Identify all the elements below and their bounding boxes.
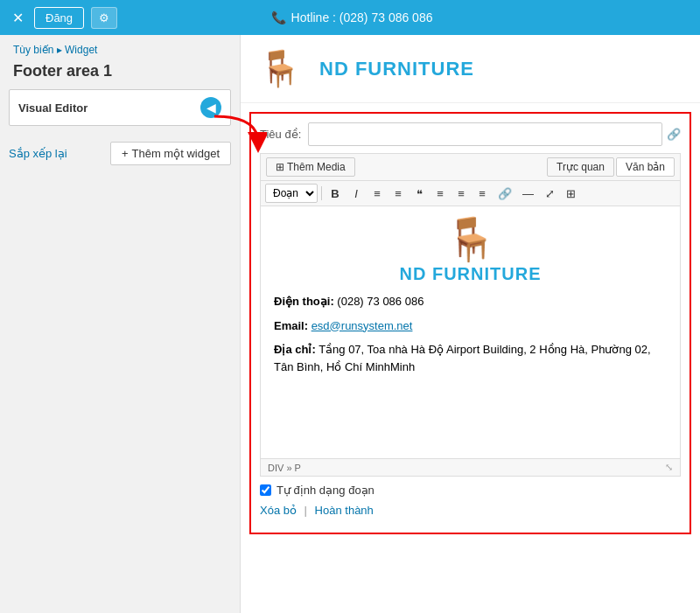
ul-button[interactable]: ≡ xyxy=(368,185,387,203)
link-icon: 🔗 xyxy=(667,128,681,141)
phone-label: Điện thoại: xyxy=(274,295,334,308)
path-status: DIV » P xyxy=(268,463,301,473)
phone-icon: 📞 xyxy=(271,10,286,24)
top-bar-left: ✕ Đăng ⚙ xyxy=(9,6,117,30)
content-area: 🪑 ND FURNITURE Tiêu đề: 🔗 ⊞ Thêm Media xyxy=(241,35,700,613)
format-select[interactable]: Đoạn xyxy=(265,184,318,203)
address-value: Tầng 07, Toa nhà Hà Độ Airport Building,… xyxy=(274,343,651,373)
tab-truc-quan[interactable]: Trực quan xyxy=(547,157,614,177)
delete-link[interactable]: Xóa bỏ xyxy=(260,504,297,517)
add-widget-button[interactable]: + Thêm một widget xyxy=(110,142,231,165)
add-widget-label: Thêm một widget xyxy=(132,147,220,160)
table-button[interactable]: ⊞ xyxy=(561,185,580,203)
publish-button[interactable]: Đăng xyxy=(34,7,84,29)
visual-editor-header[interactable]: Visual Editor ◀ xyxy=(10,90,230,125)
view-tabs: Trực quan Văn bản xyxy=(547,157,675,177)
sort-link[interactable]: Sắp xếp lại xyxy=(9,147,67,160)
breadcrumb-current[interactable]: Widget xyxy=(65,44,97,56)
tinymce-toolbar: Đoạn B I ≡ ≡ ❝ ≡ ≡ ≡ 🔗 — ⤢ ⊞ xyxy=(260,180,681,205)
fullscreen-button[interactable]: ⤢ xyxy=(540,185,559,203)
add-media-label: Thêm Media xyxy=(287,161,346,173)
align-center-button[interactable]: ≡ xyxy=(452,185,471,203)
widget-footer-links: Xóa bỏ | Hoàn thành xyxy=(260,500,681,524)
tinymce-media-bar: ⊞ Thêm Media Trực quan Văn bản xyxy=(260,153,681,180)
hr-button[interactable]: — xyxy=(518,185,538,203)
gear-button[interactable]: ⚙ xyxy=(91,7,117,29)
align-left-button[interactable]: ≡ xyxy=(430,185,450,203)
widget-editor: Tiêu đề: 🔗 ⊞ Thêm Media Trực quan Văn bả… xyxy=(249,112,691,534)
site-header: 🪑 ND FURNITURE xyxy=(241,35,700,103)
widget-editor-inner: Tiêu đề: 🔗 ⊞ Thêm Media Trực quan Văn bả… xyxy=(251,114,690,533)
sidebar-title: Footer area 1 xyxy=(0,60,240,89)
title-input[interactable] xyxy=(308,122,662,146)
link-button[interactable]: 🔗 xyxy=(494,185,516,203)
done-link[interactable]: Hoàn thành xyxy=(315,504,374,517)
resize-handle[interactable]: ⤡ xyxy=(665,462,673,473)
sidebar: Tùy biến ▸ Widget Footer area 1 Visual E… xyxy=(0,35,241,613)
site-logo-text: ND FURNITURE xyxy=(319,58,474,80)
title-label: Tiêu đề: xyxy=(260,128,301,141)
furniture-name: ND FURNITURE xyxy=(274,264,667,284)
address-line: Địa chỉ: Tầng 07, Toa nhà Hà Độ Airport … xyxy=(274,341,667,375)
add-icon: + xyxy=(122,147,129,160)
toggle-arrow-button[interactable]: ◀ xyxy=(200,97,221,118)
title-row: Tiêu đề: 🔗 xyxy=(260,122,681,146)
bold-button[interactable]: B xyxy=(326,185,345,203)
italic-button[interactable]: I xyxy=(346,185,366,203)
main-layout: Tùy biến ▸ Widget Footer area 1 Visual E… xyxy=(0,35,700,613)
auto-format-label: Tự định dạng đoạn xyxy=(276,484,374,497)
align-right-button[interactable]: ≡ xyxy=(472,185,492,203)
ol-button[interactable]: ≡ xyxy=(388,185,408,203)
email-line: Email: esd@runsystem.net xyxy=(274,317,667,335)
top-bar: ✕ Đăng ⚙ 📞 Hotline : (028) 73 086 086 xyxy=(0,0,700,35)
tinymce-status-bar: DIV » P ⤡ xyxy=(260,459,681,477)
phone-line: Điện thoại: (028) 73 086 086 xyxy=(274,293,667,310)
link-separator: | xyxy=(304,504,311,517)
tab-van-ban[interactable]: Văn bản xyxy=(616,157,675,177)
sidebar-actions: Sắp xếp lại + Thêm một widget xyxy=(0,135,240,172)
breadcrumb-prefix: Tùy biến xyxy=(13,44,53,56)
address-label: Địa chỉ: xyxy=(274,343,316,356)
add-media-icon: ⊞ xyxy=(276,161,284,173)
hotline-text: Hotline : (028) 73 086 086 xyxy=(291,10,433,24)
add-media-button[interactable]: ⊞ Thêm Media xyxy=(266,157,355,177)
tinymce-content[interactable]: 🪑 ND FURNITURE Điện thoại: (028) 73 086 … xyxy=(260,205,681,459)
visual-editor-section: Visual Editor ◀ xyxy=(9,89,231,126)
blockquote-button[interactable]: ❝ xyxy=(410,185,429,203)
visual-editor-label: Visual Editor xyxy=(18,101,88,115)
phone-value: (028) 73 086 086 xyxy=(337,295,424,308)
auto-format-checkbox[interactable] xyxy=(260,484,271,496)
close-button[interactable]: ✕ xyxy=(9,6,27,30)
email-label: Email: xyxy=(274,319,308,332)
furniture-logo: 🪑 ND FURNITURE xyxy=(274,215,667,284)
breadcrumb: Tùy biến ▸ Widget xyxy=(0,35,240,60)
toolbar-sep-1 xyxy=(321,186,322,200)
breadcrumb-sep: ▸ xyxy=(57,44,65,56)
hotline-area: 📞 Hotline : (028) 73 086 086 xyxy=(271,10,433,24)
chair-icon: 🪑 xyxy=(274,215,667,264)
auto-format-row: Tự định dạng đoạn xyxy=(260,477,681,500)
email-link[interactable]: esd@runsystem.net xyxy=(312,319,413,332)
chair-logo-icon: 🪑 xyxy=(258,48,302,89)
